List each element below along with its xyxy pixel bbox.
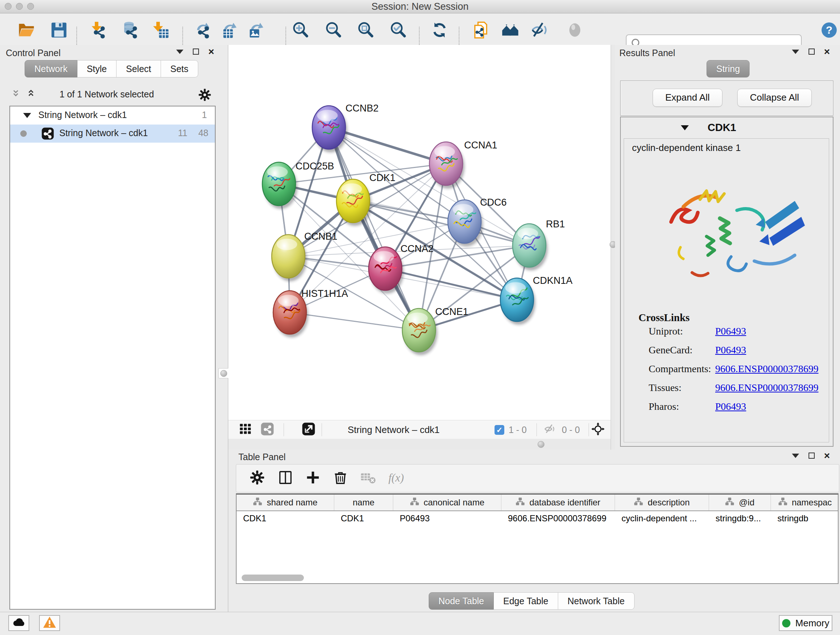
collapse-section-icon[interactable] — [681, 125, 689, 130]
expander-icon[interactable] — [23, 113, 31, 118]
hide-panel-button[interactable] — [530, 21, 548, 41]
zoom-fit-button[interactable] — [356, 21, 375, 41]
table-cell[interactable]: P06493 — [393, 511, 501, 526]
save-session-button[interactable] — [50, 21, 68, 41]
table-horizontal-scrollbar[interactable] — [242, 575, 304, 581]
column-header[interactable]: database identifier — [501, 494, 615, 510]
tab-edge-table[interactable]: Edge Table — [494, 592, 558, 610]
close-panel-icon[interactable]: × — [824, 49, 830, 55]
tree-column-icon — [725, 497, 734, 508]
table-cell[interactable]: cyclin-dependent ... — [615, 511, 709, 526]
cloud-button[interactable] — [8, 615, 29, 631]
table-cell[interactable]: 9606.ENSP00000378699 — [501, 511, 615, 526]
network-node-cdc6[interactable]: CDC6 — [448, 197, 507, 247]
crosslink-link[interactable]: 9606.ENSP00000378699 — [715, 382, 818, 394]
table-cell[interactable]: CDK1 — [334, 511, 393, 526]
network-node-cdkn1a[interactable]: CDKN1A — [500, 275, 573, 325]
import-network-button[interactable] — [90, 21, 109, 41]
network-node-ccnb2[interactable]: CCNB2 — [312, 103, 379, 152]
tab-select[interactable]: Select — [117, 60, 161, 78]
tab-node-table[interactable]: Node Table — [429, 592, 494, 610]
column-header[interactable]: namespac — [771, 494, 838, 510]
table-cell[interactable]: stringdb — [771, 511, 838, 526]
float-panel-icon[interactable] — [193, 49, 199, 55]
zoom-in-button[interactable] — [291, 21, 310, 41]
tab-sets[interactable]: Sets — [161, 60, 198, 78]
help-button[interactable]: ? — [821, 21, 838, 40]
crosslink-link[interactable]: P06493 — [715, 401, 746, 412]
tab-string[interactable]: String — [706, 60, 750, 78]
export-network-button[interactable] — [194, 21, 213, 41]
tree-column-icon — [410, 497, 419, 508]
eye-button[interactable] — [565, 21, 584, 41]
delete-column-button[interactable] — [332, 469, 349, 487]
column-header[interactable]: name — [334, 494, 393, 510]
duplicate-page-button[interactable] — [472, 21, 491, 41]
column-header[interactable]: description — [615, 494, 709, 510]
network-node-rb1[interactable]: RB1 — [513, 219, 565, 271]
column-header[interactable]: canonical name — [393, 494, 501, 510]
crosslink-link[interactable]: P06493 — [715, 325, 746, 337]
panel-menu-icon[interactable] — [792, 50, 799, 54]
tab-style[interactable]: Style — [77, 60, 117, 78]
import-database-button[interactable] — [122, 21, 141, 41]
network-collection-row[interactable]: String Network – cdk1 1 — [10, 106, 215, 125]
network-graph[interactable]: CCNB2 CCNA1 CDC25B CDK1 CDC6 — [228, 45, 611, 420]
network-node-ccna2[interactable]: CCNA2 — [369, 243, 434, 294]
crosslink-link[interactable]: 9606.ENSP00000378699 — [715, 363, 818, 375]
close-panel-icon[interactable]: × — [208, 49, 214, 55]
warnings-button[interactable] — [39, 615, 60, 631]
selected-checkbox[interactable]: ✓ — [494, 425, 504, 435]
function-builder-button[interactable]: f(x) — [387, 469, 404, 487]
hidden-eye-icon[interactable] — [543, 423, 556, 437]
network-node-hist1h1a[interactable]: HIST1H1A — [273, 288, 348, 337]
gene-section-header[interactable]: CDK1 — [621, 117, 833, 138]
crosslink-link[interactable]: P06493 — [715, 344, 746, 356]
column-label: shared name — [267, 497, 317, 508]
float-panel-icon[interactable] — [808, 49, 815, 55]
memory-button[interactable]: Memory — [779, 615, 832, 631]
zoom-out-button[interactable] — [324, 21, 343, 41]
network-list-header: 1 of 1 Network selected — [0, 85, 228, 105]
add-column-button[interactable] — [305, 469, 321, 487]
results-panel-tabs: String — [706, 60, 750, 78]
panel-menu-icon[interactable] — [176, 50, 183, 54]
table-cell[interactable]: stringdb:9... — [709, 511, 771, 526]
network-list-options-gear-icon[interactable] — [197, 88, 212, 103]
show-columns-button[interactable] — [277, 469, 294, 487]
tab-network[interactable]: Network — [25, 60, 77, 78]
export-table-button[interactable] — [221, 21, 240, 41]
network-node-ccnb1[interactable]: CCNB1 — [272, 231, 338, 281]
panel-menu-icon[interactable] — [792, 454, 799, 458]
network-canvas[interactable]: CCNB2 CCNA1 CDC25B CDK1 CDC6 — [228, 45, 611, 420]
network-node-cdc25b[interactable]: CDC25B — [262, 161, 334, 209]
export-image-button[interactable] — [248, 21, 267, 41]
column-header[interactable]: @id — [709, 494, 771, 510]
column-label: @id — [739, 497, 754, 508]
close-panel-icon[interactable]: × — [824, 453, 830, 459]
open-session-button[interactable] — [17, 21, 35, 41]
network-list: String Network – cdk1 1 String Network –… — [9, 106, 216, 610]
table-row[interactable]: CDK1CDK1P064939606.ENSP00000378699cyclin… — [237, 511, 838, 526]
birdseye-icon[interactable] — [591, 422, 605, 438]
export-view-icon[interactable] — [302, 422, 316, 437]
network-row-selected[interactable]: String Network – cdk1 11 48 — [10, 125, 215, 143]
column-label: description — [647, 497, 690, 508]
collapse-all-button[interactable]: Collapse All — [737, 89, 812, 107]
import-table-button[interactable] — [151, 21, 170, 41]
network-node-ccne1[interactable]: CCNE1 — [402, 306, 469, 355]
refresh-button[interactable] — [430, 21, 449, 41]
table-settings-button[interactable] — [249, 469, 265, 487]
column-header[interactable]: shared name — [237, 494, 334, 510]
share-network-icon[interactable] — [261, 422, 274, 437]
clear-table-button[interactable] — [360, 469, 376, 487]
float-panel-icon[interactable] — [808, 453, 815, 459]
grid-view-icon[interactable] — [239, 422, 253, 437]
expand-all-button[interactable]: Expand All — [653, 89, 722, 107]
home-button[interactable] — [501, 21, 520, 41]
left-splitter-handle[interactable] — [218, 368, 229, 378]
crosslink-label: Pharos: — [649, 401, 679, 412]
zoom-selected-button[interactable] — [389, 21, 408, 41]
tab-network-table[interactable]: Network Table — [558, 592, 635, 610]
table-cell[interactable]: CDK1 — [237, 511, 334, 526]
